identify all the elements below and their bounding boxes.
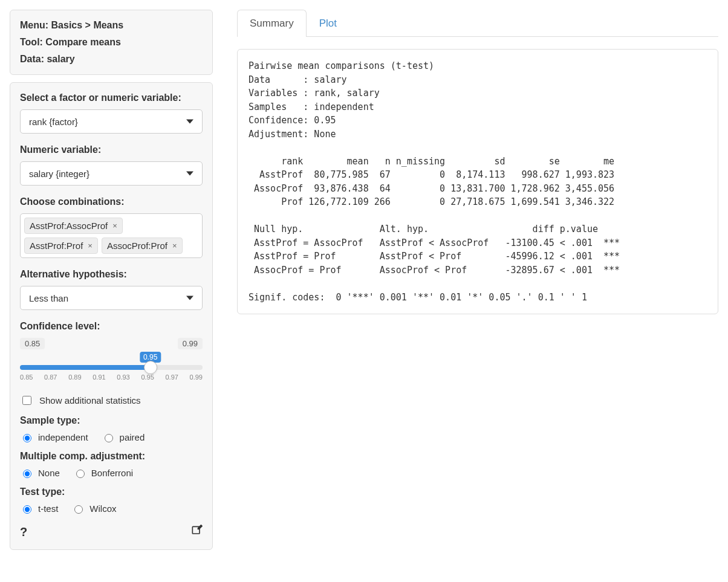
data-name-line: Data: salary [20,54,203,65]
radio-input[interactable] [23,470,31,478]
althyp-select-value: Less than [29,293,68,303]
combinations-input[interactable]: AsstProf:AssocProf × AsstProf:Prof × Ass… [20,213,203,258]
radio-input[interactable] [23,505,31,514]
close-icon[interactable]: × [172,241,177,250]
mcomp-group: None Bonferroni [20,468,203,478]
test-type-label: Test type: [20,487,203,497]
slider-fill [20,365,151,370]
confidence-bounds: 0.85 0.99 [20,338,203,349]
tool-name: Tool: Compare means [20,37,203,48]
tab-bar: Summary Plot [237,10,718,37]
confidence-max: 0.99 [178,338,203,349]
chevron-down-icon [186,169,193,179]
help-icon[interactable]: ? [20,525,27,539]
factor-label: Select a factor or numeric variable: [20,92,203,103]
chip-label: AssocProf:Prof [107,241,167,251]
show-extra-label: Show additional statistics [39,395,141,406]
confidence-min: 0.85 [20,338,45,349]
radio-input[interactable] [76,470,85,478]
sample-type-group: independent paired [20,432,203,442]
chip-label: AsstProf:AssocProf [30,221,108,231]
test-type-wilcox[interactable]: Wilcox [71,503,116,514]
tab-plot[interactable]: Plot [307,10,349,37]
mcomp-bonferroni[interactable]: Bonferroni [73,468,133,478]
combinations-label: Choose combinations: [20,196,203,207]
radio-input[interactable] [23,434,31,442]
output-text: Pairwise mean comparisons (t-test) Data … [237,49,718,314]
header-panel: Menu: Basics > Means Tool: Compare means… [10,10,213,75]
edit-icon[interactable] [190,525,203,540]
tab-summary[interactable]: Summary [237,10,307,37]
confidence-label: Confidence level: [20,321,203,332]
slider-track [20,365,203,370]
confidence-slider[interactable]: 0.95 0.85 0.87 0.89 0.91 0.93 0.95 0.97 … [20,365,203,381]
factor-select[interactable]: rank {factor} [20,109,203,134]
numvar-select-value: salary {integer} [29,169,89,179]
althyp-label: Alternative hypothesis: [20,269,203,280]
close-icon[interactable]: × [112,221,117,230]
combination-chip[interactable]: AsstProf:AssocProf × [24,218,123,234]
show-extra-row[interactable]: Show additional statistics [20,394,203,407]
combination-chip[interactable]: AsstProf:Prof × [24,238,98,254]
numvar-select[interactable]: salary {integer} [20,161,203,186]
slider-tick-labels: 0.85 0.87 0.89 0.91 0.93 0.95 0.97 0.99 [20,373,203,381]
show-extra-checkbox[interactable] [22,396,31,405]
main-area: Summary Plot Pairwise mean comparisons (… [237,10,718,314]
chevron-down-icon [186,117,193,127]
slider-thumb[interactable] [144,361,157,374]
test-type-group: t-test Wilcox [20,503,203,514]
test-type-ttest[interactable]: t-test [20,503,58,514]
chip-label: AsstProf:Prof [30,241,83,251]
mcomp-none[interactable]: None [20,468,60,478]
menu-breadcrumb: Menu: Basics > Means [20,20,203,31]
sample-type-independent[interactable]: independent [20,432,88,442]
sample-type-label: Sample type: [20,415,203,426]
mcomp-label: Multiple comp. adjustment: [20,451,203,462]
althyp-select[interactable]: Less than [20,286,203,310]
numvar-label: Numeric variable: [20,144,203,155]
controls-panel: Select a factor or numeric variable: ran… [10,82,213,550]
radio-input[interactable] [105,434,113,442]
sample-type-paired[interactable]: paired [102,432,145,442]
combination-chip[interactable]: AssocProf:Prof × [102,238,183,254]
radio-input[interactable] [74,505,83,514]
close-icon[interactable]: × [88,241,93,250]
sidebar: Menu: Basics > Means Tool: Compare means… [10,10,213,557]
panel-footer: ? [20,525,203,540]
chevron-down-icon [186,293,193,303]
factor-select-value: rank {factor} [29,117,78,127]
